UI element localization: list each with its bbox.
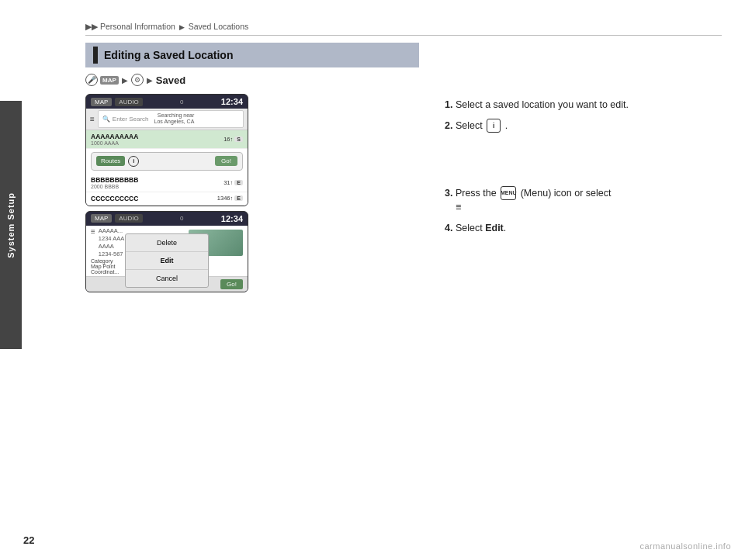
search-icon: 🔍	[102, 116, 110, 123]
section-header: Editing a Saved Location	[85, 43, 419, 67]
breadcrumb-arrows: ▶▶	[85, 22, 98, 31]
path-saved: Saved	[156, 74, 185, 86]
cancel-menu-item[interactable]: Cancel	[126, 270, 208, 287]
section-title: Editing a Saved Location	[104, 49, 233, 61]
screen1: MAP AUDIO 0 12:34 ≡ 🔍 Enter Search	[85, 94, 248, 206]
screen2-go-button[interactable]: Go!	[220, 279, 243, 289]
screen2-body: ≡ AAAAA... 1234 AAA AAAA 1234-567 ▼	[86, 226, 248, 292]
screen1-tab-map: MAP	[91, 98, 112, 106]
step1-text: Select a saved location you want to edit…	[456, 99, 629, 110]
screen2-hamburger-icon: ≡	[91, 227, 95, 258]
info-icon-inline: i	[487, 119, 501, 133]
screenshots-area: MAP AUDIO 0 12:34 ≡ 🔍 Enter Search	[85, 94, 252, 292]
page-number: 22	[23, 534, 34, 546]
list-item: CCCCCCCCCC 1346↑ E	[86, 192, 248, 206]
screen1-list: AAAAAAAAAA 1000 AAAA 16↑ S Routes	[86, 130, 248, 206]
info-popup: Routes i Go!	[91, 152, 243, 171]
step3-num: 3.	[445, 188, 452, 199]
screen1-tabs: MAP AUDIO	[91, 98, 143, 106]
search-bar[interactable]: 🔍 Enter Search Searching near Los Angele…	[98, 110, 244, 128]
mic-icon: 🎤	[85, 74, 98, 86]
step1-num: 1.	[445, 99, 452, 110]
screen2-tab-map: MAP	[91, 214, 112, 223]
breadcrumb: ▶▶ Personal Information ▶ Saved Location…	[85, 22, 722, 36]
screen2: MAP AUDIO 0 12:34 ≡ AAAAA... 1234 AAA AA…	[85, 211, 248, 292]
list-item-right: 16↑ S	[224, 136, 243, 143]
menu-icon-inline: MENU	[501, 186, 516, 200]
list-item-name: BBBBBBBBBB	[91, 176, 138, 184]
path-arrow1: ▶	[122, 76, 128, 85]
list-item-name: CCCCCCCCCC	[91, 195, 138, 202]
list-item-sub: 2000 BBBB	[91, 184, 138, 189]
settings-icon: ⚙	[131, 74, 144, 86]
list-item-sub: 1000 AAAA	[91, 140, 138, 146]
list-item-badge: S	[234, 137, 243, 142]
screen2-header: MAP AUDIO 0 12:34	[86, 212, 248, 226]
section-accent-bar	[93, 47, 98, 64]
hamburger-icon: ≡	[90, 115, 95, 123]
step4-period: .	[504, 223, 506, 233]
screen2-tab-audio: AUDIO	[115, 214, 142, 223]
list-item-badge: E	[234, 180, 243, 185]
path-row: 🎤 MAP ▶ ⚙ ▶ Saved	[85, 74, 722, 86]
info-circle-icon[interactable]: i	[128, 156, 139, 167]
step3-symbol: ≡	[456, 202, 461, 213]
step4-num: 4.	[445, 223, 452, 233]
screen2-tabs: MAP AUDIO	[91, 214, 143, 223]
delete-menu-item[interactable]: Delete	[126, 234, 208, 252]
screen1-body: ≡ 🔍 Enter Search Searching near Los Ange…	[86, 109, 248, 206]
breadcrumb-part2: Saved Locations	[189, 22, 249, 31]
breadcrumb-arrow: ▶	[179, 23, 185, 31]
sidebar-label: System Setup	[0, 101, 22, 349]
screen1-menu-bar: ≡ 🔍 Enter Search Searching near Los Ange…	[86, 109, 248, 130]
step3-text: Press the	[456, 188, 497, 199]
list-item-badge: E	[234, 195, 243, 201]
path-arrow2: ▶	[147, 76, 153, 85]
screen1-battery: 0	[180, 99, 183, 105]
step3-text2: (Menu) icon or select	[521, 188, 612, 199]
step2-num: 2.	[445, 120, 452, 131]
breadcrumb-part1: Personal Information	[100, 22, 175, 31]
step4-text: Select	[456, 223, 483, 233]
screen1-header: MAP AUDIO 0 12:34	[86, 95, 248, 109]
step3-spacer	[445, 140, 629, 186]
map-icon: MAP	[100, 76, 119, 85]
watermark: carmanualsonline.info	[639, 541, 731, 551]
list-item: BBBBBBBBBB 2000 BBBB 31↑ E	[86, 174, 248, 192]
go-button[interactable]: Go!	[215, 156, 237, 166]
screen2-battery: 0	[180, 215, 183, 222]
list-item-right: 31↑ E	[224, 179, 243, 186]
step4: 4. Select Edit.	[445, 221, 629, 236]
sidebar-label-text: System Setup	[6, 192, 16, 258]
context-menu: Delete Edit Cancel	[125, 233, 209, 288]
list-item: AAAAAAAAAA 1000 AAAA 16↑ S	[86, 130, 248, 149]
screen1-tab-audio: AUDIO	[115, 98, 142, 106]
list-item-info: BBBBBBBBBB 2000 BBBB	[91, 176, 138, 189]
step2: 2. Select i .	[445, 119, 629, 133]
list-item-info: CCCCCCCCCC	[91, 195, 138, 202]
search-placeholder: Enter Search	[113, 116, 149, 123]
search-near: Searching near Los Angeles, CA	[154, 112, 195, 126]
step2-text: Select	[456, 120, 483, 131]
list-item-right: 1346↑ E	[217, 195, 243, 202]
screen2-time: 12:34	[221, 214, 243, 223]
list-item-name: AAAAAAAAAA	[91, 133, 138, 140]
step3: 3. Press the MENU (Menu) icon or select …	[445, 186, 629, 216]
step2-period: .	[505, 120, 508, 131]
screen1-time: 12:34	[221, 97, 243, 106]
main-content: Editing a Saved Location 🎤 MAP ▶ ⚙ ▶ Sav…	[85, 43, 722, 292]
edit-menu-item[interactable]: Edit	[126, 252, 208, 270]
step1: 1. Select a saved location you want to e…	[445, 98, 629, 112]
instructions-area: 1. Select a saved location you want to e…	[445, 94, 629, 242]
step4-bold: Edit	[485, 223, 504, 233]
list-item-info: AAAAAAAAAA 1000 AAAA	[91, 133, 138, 146]
routes-button[interactable]: Routes	[96, 156, 125, 166]
